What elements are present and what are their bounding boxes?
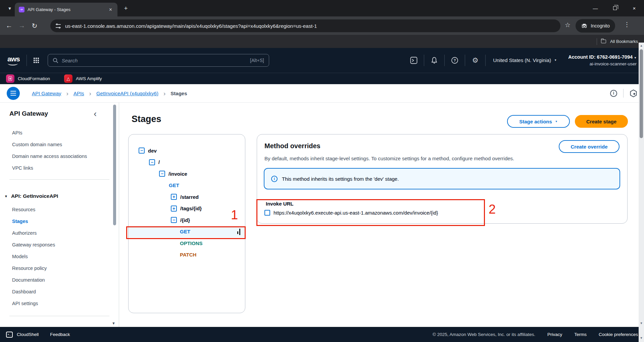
breadcrumb-chevron-icon: › — [163, 90, 165, 97]
annotation-number-2: 2 — [489, 202, 496, 217]
sidebar-item-api-settings[interactable]: API settings — [0, 297, 114, 309]
info-icon[interactable]: i — [610, 90, 617, 97]
tree-toggle-minus-icon[interactable]: − — [139, 148, 145, 154]
sidebar-item-domain-name-access-associations[interactable]: Domain name access associations — [0, 150, 114, 162]
account-id: Account ID: 6762-0691-7094 — [568, 54, 633, 60]
tree-row-dev[interactable]: − dev — [129, 145, 245, 157]
breadcrumb-apis[interactable]: APIs — [73, 91, 84, 96]
forward-icon[interactable]: → — [15, 22, 28, 30]
sidebar-section-api[interactable]: ▼ API: GetInvoiceAPI — [4, 193, 58, 199]
sidebar-item-models[interactable]: Models — [0, 250, 114, 262]
caret-down-icon: ▼ — [634, 56, 637, 59]
sidebar-scrollbar-thumb[interactable] — [113, 105, 116, 225]
account-user: ai-invoice-scanner-user — [568, 61, 637, 67]
tree-row-id-options[interactable]: OPTIONS — [129, 237, 245, 249]
cloudshell-icon[interactable]: >_ — [6, 332, 13, 338]
tree-label: /{id} — [180, 217, 190, 223]
create-stage-button[interactable]: Create stage — [575, 115, 628, 128]
tree-label: /invoice — [168, 171, 187, 177]
footer-terms[interactable]: Terms — [574, 332, 587, 337]
sidebar-collapse-icon[interactable]: ‹ — [94, 109, 97, 118]
sidebar-item-custom-domain-names[interactable]: Custom domain names — [0, 138, 114, 150]
create-override-button[interactable]: Create override — [559, 140, 620, 153]
favorite-amplify[interactable]: AWS Amplify — [76, 76, 102, 81]
stage-tree-panel: − dev − / − /invoice GET + /starred + /t… — [128, 134, 245, 313]
scrollbar-thumb[interactable] — [640, 49, 643, 138]
stage-actions-button[interactable]: Stage actions ▼ — [507, 115, 570, 128]
settings-gear-icon[interactable]: ⚙ — [470, 56, 480, 64]
annotation-box-2 — [256, 199, 485, 226]
bookmarks-divider — [597, 38, 597, 45]
sidebar-item-dashboard[interactable]: Dashboard — [0, 286, 114, 297]
footer-feedback[interactable]: Feedback — [50, 332, 70, 337]
tree-toggle-minus-icon[interactable]: − — [171, 217, 177, 223]
tab-close-icon[interactable]: × — [108, 6, 113, 13]
api-gateway-favicon-icon: ‹/› — [19, 7, 24, 12]
sidebar-item-stages[interactable]: Stages — [0, 215, 114, 227]
sidebar-item-resources[interactable]: Resources — [0, 204, 114, 215]
scroll-up-icon[interactable]: ▲ — [639, 44, 644, 47]
back-icon[interactable]: ← — [3, 22, 15, 30]
favorite-cloudformation[interactable]: CloudFormation — [18, 76, 50, 81]
services-grid-icon[interactable] — [34, 58, 39, 63]
svg-text:?: ? — [454, 58, 456, 62]
bookmark-star-icon[interactable]: ☆ — [565, 21, 571, 29]
breadcrumb-api-gateway[interactable]: API Gateway — [32, 91, 61, 96]
site-info-icon[interactable] — [56, 24, 61, 28]
restore-icon[interactable] — [605, 0, 625, 16]
aws-favorites-bar: CloudFormation △ AWS Amplify — [0, 73, 644, 84]
sidebar-item-apis[interactable]: APIs — [0, 127, 114, 138]
minimize-icon[interactable]: — — [586, 0, 605, 16]
notifications-bell-icon[interactable] — [430, 57, 439, 64]
incognito-label: Incognito — [591, 23, 610, 28]
cloudshell-terminal-icon[interactable] — [409, 57, 418, 64]
sidebar-item-vpc-links[interactable]: VPC links — [0, 162, 114, 174]
scroll-down-icon[interactable]: ▼ — [639, 322, 644, 325]
tree-toggle-minus-icon[interactable]: − — [149, 159, 155, 165]
tree-row-tags-id[interactable]: + /tags/{id} — [129, 203, 245, 215]
region-selector[interactable]: United States (N. Virginia) ▼ — [493, 57, 557, 63]
sidebar-item-authorizers[interactable]: Authorizers — [0, 227, 114, 239]
tree-row-invoice-get[interactable]: GET — [129, 180, 245, 191]
sidebar-item-gateway-responses[interactable]: Gateway responses — [0, 239, 114, 250]
footer-privacy[interactable]: Privacy — [547, 332, 562, 337]
window-controls: — × — [586, 0, 644, 16]
sidebar-scroll-down-icon[interactable]: ▼ — [112, 321, 115, 325]
new-tab-icon[interactable]: + — [121, 4, 130, 13]
tree-toggle-plus-icon[interactable]: + — [171, 206, 177, 212]
cloudformation-icon[interactable] — [6, 74, 14, 83]
page-scrollbar[interactable]: ▲ ▼ ▼ — [639, 43, 644, 342]
hamburger-menu-icon[interactable] — [7, 87, 20, 100]
tree-row-starred[interactable]: + /starred — [129, 191, 245, 203]
scroll-down-icon[interactable]: ▼ — [639, 336, 644, 340]
search-input[interactable] — [62, 58, 247, 63]
console-search[interactable]: [Alt+S] — [48, 54, 269, 67]
breadcrumb-getinvoiceapi[interactable]: GetInvoiceAPI (x4uqolxky6) — [96, 91, 158, 96]
tree-toggle-plus-icon[interactable]: + — [171, 194, 177, 200]
close-window-icon[interactable]: × — [625, 0, 644, 16]
url-bar[interactable]: us-east-1.console.aws.amazon.com/apigate… — [50, 19, 560, 32]
tree-row-id[interactable]: − /{id} — [129, 214, 245, 226]
tree-row-id-patch[interactable]: PATCH — [129, 249, 245, 261]
tree-toggle-minus-icon[interactable]: − — [159, 171, 165, 177]
browser-menu-dots-icon[interactable]: ⋮ — [624, 21, 630, 28]
amplify-icon[interactable]: △ — [64, 74, 72, 83]
footer-cookie-preferences[interactable]: Cookie preferences — [599, 332, 638, 337]
amazon-q-icon[interactable] — [630, 89, 637, 98]
browser-tab[interactable]: ‹/› API Gateway - Stages × — [15, 3, 117, 16]
section-caret-icon: ▼ — [4, 194, 8, 198]
sidebar-divider — [9, 316, 109, 316]
footer-cloudshell[interactable]: CloudShell — [17, 332, 39, 337]
aws-logo[interactable]: aws — [7, 55, 20, 66]
create-override-label: Create override — [571, 144, 607, 150]
account-menu[interactable]: Account ID: 6762-0691-7094 ▼ ai-invoice-… — [568, 54, 637, 67]
reload-icon[interactable]: ↻ — [28, 22, 41, 30]
tree-row-invoice[interactable]: − /invoice — [129, 168, 245, 180]
sidebar-item-documentation[interactable]: Documentation — [0, 274, 114, 286]
sidebar-item-resource-policy[interactable]: Resource policy — [0, 262, 114, 274]
tab-search-chevron-icon[interactable]: ▾ — [5, 3, 15, 13]
aws-top-nav: aws [Alt+S] ? ⚙ United States (N. Virgin… — [0, 48, 644, 73]
tree-row-root[interactable]: − / — [129, 157, 245, 168]
help-icon[interactable]: ? — [450, 57, 459, 64]
all-bookmarks-label[interactable]: All Bookmarks — [610, 39, 638, 44]
